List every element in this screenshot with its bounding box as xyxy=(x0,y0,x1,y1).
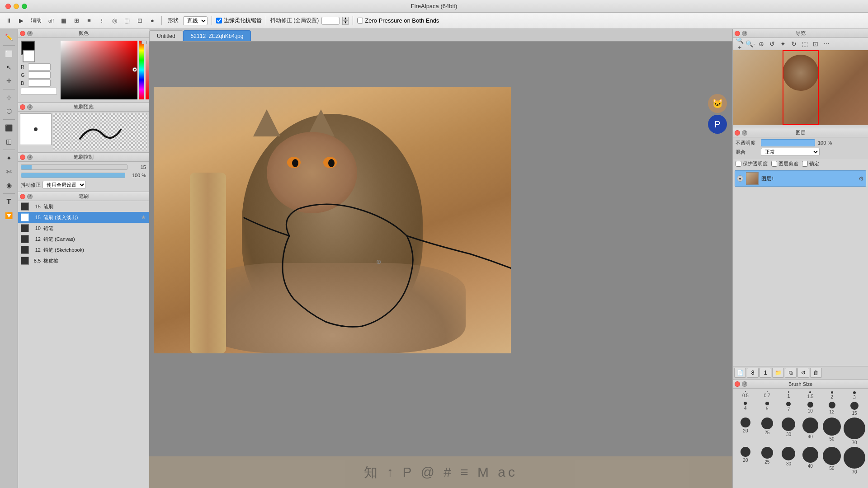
layer-new-8bit[interactable]: 8 xyxy=(747,368,759,378)
color-gradient[interactable] xyxy=(61,41,137,99)
clip-checkbox[interactable] xyxy=(771,161,777,167)
nav-close[interactable] xyxy=(735,31,740,36)
tab-untitled[interactable]: Untitled xyxy=(149,30,183,41)
play-icon[interactable]: ▶ xyxy=(16,16,26,26)
tool-clone[interactable]: ◉ xyxy=(3,179,15,192)
brush-control-refresh[interactable]: ↺ xyxy=(27,155,33,160)
nav-rotate-cw[interactable]: ↻ xyxy=(789,39,799,49)
tool-pen[interactable]: ✏️ xyxy=(3,31,15,43)
tool-icon-7[interactable]: ⬚ xyxy=(122,16,132,26)
minimize-button[interactable] xyxy=(14,4,19,9)
tool-icon-9[interactable]: ● xyxy=(147,16,157,26)
brush-size-item[interactable]: 10 xyxy=(800,402,820,416)
brush-control-close[interactable] xyxy=(20,155,25,160)
brush-list-close[interactable] xyxy=(20,194,25,199)
tool-fill[interactable]: ⬛ xyxy=(3,122,15,134)
brush-size-item[interactable]: 70 xyxy=(844,418,865,445)
brush-list-item[interactable]: 8.5 橡皮擦 xyxy=(18,255,149,266)
brush-size-item[interactable]: 70 xyxy=(844,447,865,474)
layer-delete[interactable]: 🗑 xyxy=(810,368,822,378)
color-panel-close[interactable] xyxy=(20,31,25,36)
tool-icon-8[interactable]: ⊡ xyxy=(135,16,145,26)
canvas-overlay-icon-2[interactable]: P xyxy=(708,115,727,134)
color-panel-refresh[interactable]: ↺ xyxy=(27,31,33,36)
tool-eyedropper[interactable]: 🔽 xyxy=(3,209,15,222)
tool-icon-4[interactable]: ≡ xyxy=(84,16,94,26)
layer-folder[interactable]: 📁 xyxy=(772,368,784,378)
opacity-bar[interactable] xyxy=(761,139,815,146)
tool-eraser[interactable]: ⬜ xyxy=(3,47,15,60)
tool-icon-3[interactable]: ⊞ xyxy=(71,16,81,26)
brush-list-item[interactable]: 10 铅笔 xyxy=(18,223,149,234)
canvas-workspace[interactable]: ⊕ 🐱 P xyxy=(149,42,732,488)
nav-mirror[interactable]: ⊡ xyxy=(811,39,821,49)
brush-size-item[interactable]: 7 xyxy=(779,402,799,416)
brush-size-item[interactable]: 30 xyxy=(779,447,799,474)
zero-pressure-checkbox[interactable] xyxy=(357,18,363,23)
protect-checkbox[interactable] xyxy=(736,161,741,167)
bs-refresh[interactable]: ↺ xyxy=(742,381,747,387)
tool-move[interactable]: ✛ xyxy=(3,75,15,87)
brush-list-item[interactable]: 12 铅笔 (Canvas) xyxy=(18,234,149,244)
layer-close[interactable] xyxy=(735,130,740,136)
tool-icon-6[interactable]: ◎ xyxy=(109,16,119,26)
brush-size-item[interactable]: 12 xyxy=(822,402,842,416)
brush-list-item[interactable]: 15 笔刷 (淡入淡出) ★ xyxy=(18,212,149,223)
brush-size-item[interactable]: 5 xyxy=(757,402,777,416)
brush-size-item[interactable]: 50 xyxy=(822,447,842,474)
jitter-down[interactable]: ▼ xyxy=(342,21,349,25)
brush-preview-close[interactable] xyxy=(20,104,25,110)
layer-refresh[interactable]: ↺ xyxy=(742,130,747,136)
brush-size-item[interactable]: 20 xyxy=(736,418,755,445)
tool-magic-wand[interactable]: ✦ xyxy=(3,152,15,164)
blend-select[interactable]: 正常 xyxy=(761,148,820,156)
tool-gradient[interactable]: ◫ xyxy=(3,135,15,148)
brush-size-item[interactable]: 0.5 xyxy=(736,391,755,400)
layer-new-btn[interactable]: 📄 xyxy=(734,368,746,378)
brush-size-item[interactable]: 1.5 xyxy=(800,391,820,400)
brush-size-item[interactable]: 2 xyxy=(822,391,842,400)
brush-size-item[interactable]: 40 xyxy=(800,447,820,474)
g-input[interactable]: 0 xyxy=(28,71,51,79)
tab-active[interactable]: 52112_ZEZqhKb4.jpg xyxy=(183,30,251,41)
close-button[interactable] xyxy=(5,4,11,9)
tool-icon-1[interactable]: off xyxy=(46,16,56,26)
jitter-stepper[interactable]: ▲ ▼ xyxy=(342,17,349,25)
brush-size-item[interactable]: 4 xyxy=(736,402,755,416)
tool-heal[interactable]: ✄ xyxy=(3,165,15,178)
navigator-preview[interactable] xyxy=(733,50,868,125)
nav-refresh[interactable]: ↺ xyxy=(742,31,747,36)
layer-copy[interactable]: ⧉ xyxy=(785,368,797,378)
brush-size-item[interactable]: 25 xyxy=(757,418,777,445)
smooth-checkbox[interactable] xyxy=(216,18,222,23)
brush-size-item[interactable]: 40 xyxy=(800,418,820,445)
shape-select[interactable]: 直线 xyxy=(183,16,208,25)
lock-checkbox[interactable] xyxy=(802,161,808,167)
brush-list-item[interactable]: 12 铅笔 (Sketchbook) xyxy=(18,244,149,255)
tool-icon-2[interactable]: ▦ xyxy=(59,16,69,26)
tool-icon-5[interactable]: ⫶ xyxy=(97,16,107,26)
jitter-select[interactable]: 使用全局设置 xyxy=(42,181,86,189)
brush-size-item[interactable]: 30 xyxy=(779,418,799,445)
nav-zoom-fit[interactable]: ⊕ xyxy=(756,39,766,49)
pause-icon[interactable]: ⏸ xyxy=(4,16,14,26)
brush-size-item[interactable]: 50 xyxy=(822,418,842,445)
traffic-lights[interactable] xyxy=(5,4,27,9)
nav-rotate-reset[interactable]: ✦ xyxy=(778,39,788,49)
nav-rotate-ccw[interactable]: ↺ xyxy=(767,39,777,49)
nav-zoom-out[interactable]: 🔍- xyxy=(745,39,755,49)
brush-list-refresh[interactable]: ↺ xyxy=(27,194,33,199)
color-hue-bar[interactable] xyxy=(139,41,144,99)
tool-lasso[interactable]: ⬡ xyxy=(3,105,15,117)
brush-size-item[interactable]: 25 xyxy=(757,447,777,474)
maximize-button[interactable] xyxy=(22,4,27,9)
layer-undo[interactable]: ↺ xyxy=(797,368,809,378)
jitter-input[interactable]: 0 xyxy=(321,17,340,25)
canvas-overlay-icon-1[interactable]: 🐱 xyxy=(708,94,727,113)
brush-list-item[interactable]: 15 笔刷 xyxy=(18,201,149,212)
opacity-slider[interactable] xyxy=(21,173,125,178)
background-swatch[interactable] xyxy=(23,50,35,62)
tool-select[interactable]: ↖ xyxy=(3,61,15,74)
r-input[interactable]: 0 xyxy=(28,63,51,70)
layer-new-1bit[interactable]: 1 xyxy=(760,368,771,378)
